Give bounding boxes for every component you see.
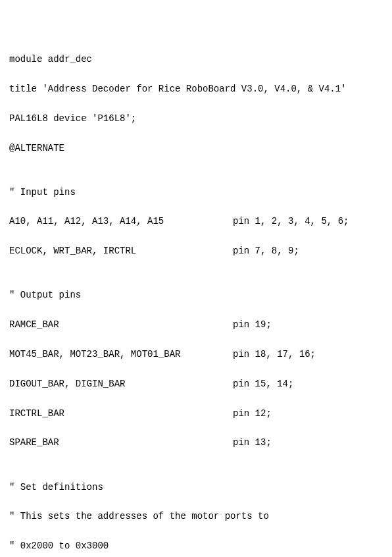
comment-line: " Input pins	[9, 185, 383, 199]
code-line: PAL16L8 device 'P16L8';	[9, 111, 383, 126]
pin-decl-left: A10, A11, A12, A13, A14, A15	[9, 214, 233, 228]
comment-line: " Output pins	[9, 288, 383, 302]
pin-decl-left: IRCTRL_BAR	[9, 406, 233, 421]
pin-decl-left: RAMCE_BAR	[9, 317, 233, 332]
pin-decl-left: DIGOUT_BAR, DIGIN_BAR	[9, 377, 233, 391]
pin-decl-right: pin 13;	[233, 435, 383, 450]
pin-decl-left: ECLOCK, WRT_BAR, IRCTRL	[9, 244, 233, 258]
code-line: @ALTERNATE	[9, 141, 383, 155]
comment-line: " 0x2000 to 0x3000	[9, 539, 383, 553]
pin-decl-right: pin 1, 2, 3, 4, 5, 6;	[233, 214, 383, 228]
comment-line: " Set definitions	[9, 480, 383, 494]
pin-decl-right: pin 15, 14;	[233, 377, 383, 391]
code-line: title 'Address Decoder for Rice RoboBoar…	[9, 82, 383, 96]
pin-decl-right: pin 12;	[233, 406, 383, 421]
pin-decl-right: pin 7, 8, 9;	[233, 244, 383, 258]
pin-decl-right: pin 19;	[233, 317, 383, 332]
pin-decl-left: MOT45_BAR, MOT23_BAR, MOT01_BAR	[9, 347, 233, 361]
pin-decl-right: pin 18, 17, 16;	[233, 347, 383, 361]
pin-decl-left: SPARE_BAR	[9, 435, 233, 450]
comment-line: " This sets the addresses of the motor p…	[9, 509, 383, 523]
code-line: module addr_dec	[9, 52, 383, 66]
